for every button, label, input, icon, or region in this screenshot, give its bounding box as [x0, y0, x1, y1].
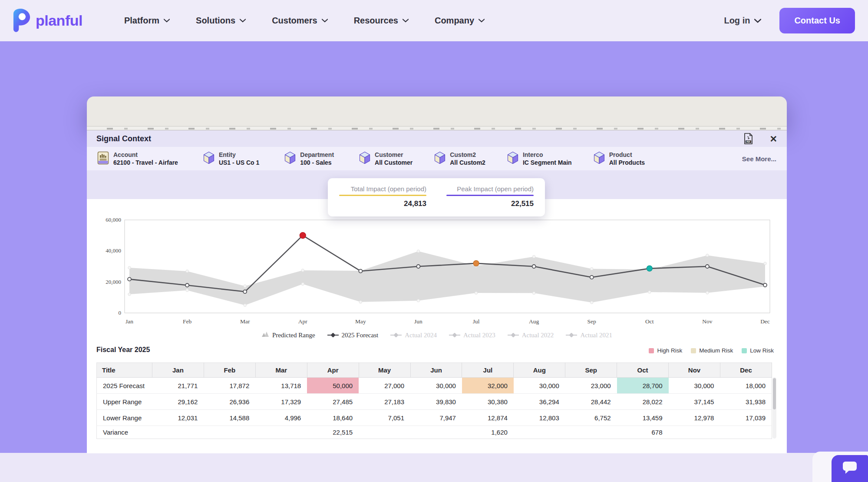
nav-item-customers[interactable]: Customers — [272, 16, 327, 26]
cell-upper-range-dec[interactable]: 31,938 — [720, 394, 772, 410]
column-header-jan[interactable]: Jan — [152, 363, 204, 378]
cell-2025-forecast-jan[interactable]: 21,771 — [152, 378, 204, 394]
cell-upper-range-jul[interactable]: 30,380 — [462, 394, 514, 410]
cell-upper-range-sep[interactable]: 28,442 — [565, 394, 617, 410]
cell-upper-range-jan[interactable]: 29,162 — [152, 394, 204, 410]
column-header-title[interactable]: Title — [97, 363, 152, 378]
cell-upper-range-nov[interactable]: 37,145 — [669, 394, 720, 410]
column-header-feb[interactable]: Feb — [204, 363, 255, 378]
legend-item-actual-2023[interactable]: Actual 2023 — [449, 332, 495, 339]
cell-2025-forecast-mar[interactable]: 13,718 — [255, 378, 307, 394]
column-header-nov[interactable]: Nov — [669, 363, 720, 378]
context-item-department[interactable]: Department100 - Sales — [284, 151, 334, 166]
table-row-upper-range: Upper Range29,16226,93617,32927,48527,18… — [97, 394, 772, 410]
context-item-entity[interactable]: EntityUS1 - US Co 1 — [203, 151, 259, 166]
svg-text:60,000: 60,000 — [106, 216, 121, 223]
legend-item-actual-2024[interactable]: Actual 2024 — [390, 332, 437, 339]
context-item-interco[interactable]: IntercoIC Segment Main — [507, 151, 572, 166]
cell-upper-range-feb[interactable]: 26,936 — [204, 394, 255, 410]
cell-variance-oct[interactable]: 678 — [617, 426, 669, 439]
column-header-oct[interactable]: Oct — [617, 363, 669, 378]
legend-item-predicted-range[interactable]: Predicted Range — [261, 331, 315, 339]
nav-item-company[interactable]: Company — [435, 16, 485, 26]
chat-widget-button[interactable] — [832, 455, 868, 482]
cell-lower-range-sep[interactable]: 6,752 — [565, 410, 617, 426]
cell-variance-jul[interactable]: 1,620 — [462, 426, 514, 439]
legend-item-actual-2022[interactable]: Actual 2022 — [508, 332, 554, 339]
legend-item-label: Actual 2023 — [463, 332, 495, 339]
context-item-custom2[interactable]: Custom2All Custom2 — [434, 151, 485, 166]
cell-lower-range-jun[interactable]: 7,947 — [410, 410, 462, 426]
cell-variance-may[interactable] — [359, 426, 410, 439]
cell-2025-forecast-jun[interactable]: 30,000 — [410, 378, 462, 394]
svg-text:May: May — [355, 318, 366, 325]
chevron-down-icon — [479, 19, 485, 23]
cell-lower-range-aug[interactable]: 12,803 — [514, 410, 565, 426]
cell-lower-range-mar[interactable]: 4,996 — [255, 410, 307, 426]
svg-text:Mar: Mar — [240, 318, 250, 325]
cell-upper-range-mar[interactable]: 17,329 — [255, 394, 307, 410]
cell-2025-forecast-oct[interactable]: 28,700 — [617, 378, 669, 394]
nav-item-resources[interactable]: Resources — [354, 16, 409, 26]
see-more-link[interactable]: See More... — [742, 155, 776, 163]
legend-item-actual-2021[interactable]: Actual 2021 — [566, 332, 612, 339]
legend-item-2025-forecast[interactable]: 2025 Forecast — [327, 332, 379, 339]
cell-variance-apr[interactable]: 22,515 — [307, 426, 359, 439]
total-impact-underline — [339, 195, 426, 196]
cell-2025-forecast-jul[interactable]: 32,000 — [462, 378, 514, 394]
column-header-jun[interactable]: Jun — [410, 363, 462, 378]
table-scrollbar[interactable] — [772, 377, 776, 439]
planful-logo[interactable]: planful — [13, 8, 83, 34]
login-menu[interactable]: Log in — [724, 16, 761, 26]
column-header-aug[interactable]: Aug — [514, 363, 565, 378]
context-item-customer[interactable]: CustomerAll Customer — [359, 151, 413, 166]
cell-variance-sep[interactable] — [565, 426, 617, 439]
cell-2025-forecast-nov[interactable]: 30,000 — [669, 378, 720, 394]
column-header-dec[interactable]: Dec — [720, 363, 772, 378]
table-row-2025-forecast: 2025 Forecast21,77117,87213,71850,00027,… — [97, 378, 772, 394]
close-icon[interactable]: ✕ — [769, 134, 777, 143]
cell-2025-forecast-may[interactable]: 27,000 — [359, 378, 410, 394]
context-item-account[interactable]: Account62100 - Travel - Airfare — [97, 151, 178, 166]
contact-us-button[interactable]: Contact Us — [779, 8, 855, 33]
cell-upper-range-aug[interactable]: 36,294 — [514, 394, 565, 410]
risk-swatch — [742, 348, 747, 353]
cell-variance-mar[interactable] — [255, 426, 307, 439]
cell-variance-jun[interactable] — [410, 426, 462, 439]
table-scrollbar-thumb[interactable] — [773, 378, 776, 409]
cell-lower-range-jul[interactable]: 12,874 — [462, 410, 514, 426]
cell-variance-feb[interactable] — [204, 426, 255, 439]
cell-2025-forecast-sep[interactable]: 23,000 — [565, 378, 617, 394]
cell-lower-range-may[interactable]: 7,051 — [359, 410, 410, 426]
cell-lower-range-dec[interactable]: 17,039 — [720, 410, 772, 426]
column-header-jul[interactable]: Jul — [462, 363, 514, 378]
legend-item-label: Actual 2021 — [580, 332, 612, 339]
cell-2025-forecast-apr[interactable]: 50,000 — [307, 378, 359, 394]
cell-lower-range-feb[interactable]: 14,588 — [204, 410, 255, 426]
export-pdf-icon[interactable]: PDF — [744, 133, 753, 144]
nav-item-solutions[interactable]: Solutions — [196, 16, 246, 26]
nav-item-platform[interactable]: Platform — [124, 16, 170, 26]
cell-lower-range-apr[interactable]: 18,640 — [307, 410, 359, 426]
context-item-product[interactable]: ProductAll Products — [594, 151, 645, 166]
cell-variance-dec[interactable] — [720, 426, 772, 439]
cell-2025-forecast-aug[interactable]: 30,000 — [514, 378, 565, 394]
cell-2025-forecast-dec[interactable]: 18,000 — [720, 378, 772, 394]
cell-lower-range-nov[interactable]: 12,978 — [669, 410, 720, 426]
cell-variance-nov[interactable] — [669, 426, 720, 439]
cell-upper-range-oct[interactable]: 28,022 — [617, 394, 669, 410]
cell-variance-jan[interactable] — [152, 426, 204, 439]
cell-upper-range-may[interactable]: 27,183 — [359, 394, 410, 410]
cell-lower-range-oct[interactable]: 13,459 — [617, 410, 669, 426]
cell-upper-range-apr[interactable]: 27,485 — [307, 394, 359, 410]
table-header-row: Fiscal Year 2025 High RiskMedium RiskLow… — [96, 346, 774, 354]
login-label: Log in — [724, 16, 750, 26]
column-header-mar[interactable]: Mar — [255, 363, 307, 378]
column-header-apr[interactable]: Apr — [307, 363, 359, 378]
column-header-may[interactable]: May — [359, 363, 410, 378]
cell-variance-aug[interactable] — [514, 426, 565, 439]
cell-2025-forecast-feb[interactable]: 17,872 — [204, 378, 255, 394]
cell-lower-range-jan[interactable]: 12,031 — [152, 410, 204, 426]
column-header-sep[interactable]: Sep — [565, 363, 617, 378]
cell-upper-range-jun[interactable]: 39,830 — [410, 394, 462, 410]
